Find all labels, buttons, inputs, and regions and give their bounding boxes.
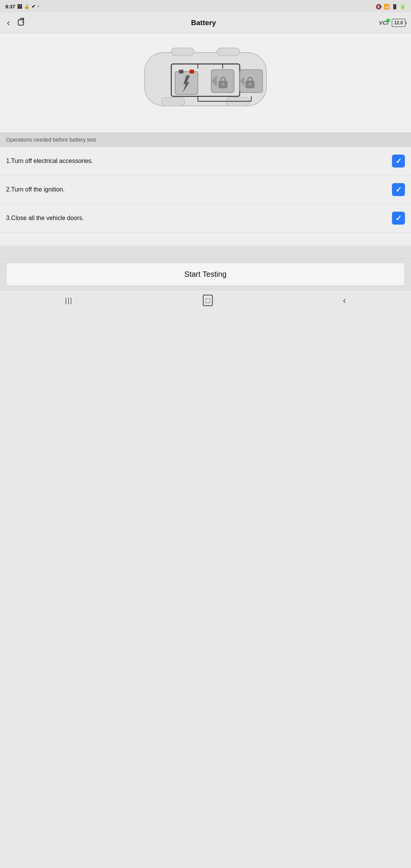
svg-rect-10 (190, 70, 194, 73)
start-testing-button[interactable]: Start Testing (6, 263, 405, 286)
checklist-label-3: 3.Close all the vehicle doors. (6, 215, 84, 222)
wifi-icon: 📶 (384, 4, 390, 10)
checklist-item-2[interactable]: 2.Turn off the ignition. (0, 176, 411, 204)
checklist-label-1: 1.Turn off electrical accessories. (6, 158, 93, 164)
svg-point-17 (222, 83, 224, 85)
status-photo-icon: 🖼 (17, 4, 22, 10)
svg-rect-4 (217, 48, 240, 56)
status-check-icon: ✔ (32, 4, 35, 9)
mute-icon: 🔇 (376, 4, 382, 10)
status-bar: 9:37 🖼 🔒 ✔ · 🔇 📶 ▐▌ 🔋 (0, 0, 411, 12)
bottom-button-bar: Start Testing (0, 258, 411, 290)
nav-back-icon[interactable]: ‹ (343, 295, 346, 306)
status-dot-icon: · (37, 3, 39, 11)
vci-indicator: VCI (379, 19, 389, 26)
toolbar: ‹ Battery VCI 12.0 (0, 12, 411, 34)
checklist-item-3[interactable]: 3.Close all the vehicle doors. (0, 204, 411, 233)
checklist-label-2: 2.Turn off the ignition. (6, 186, 65, 193)
export-icon (17, 17, 27, 29)
checkbox-3[interactable] (392, 212, 405, 225)
checklist-item-1[interactable]: 1.Turn off electrical accessories. (0, 147, 411, 176)
toolbar-title-area: Battery (28, 19, 379, 27)
svg-rect-3 (171, 48, 194, 56)
voltage-badge: 12.0 (392, 19, 406, 27)
toolbar-right: VCI 12.0 (379, 19, 406, 27)
car-diagram (0, 34, 411, 133)
checklist: 1.Turn off electrical accessories. 2.Tur… (0, 147, 411, 246)
toolbar-left: ‹ (5, 15, 28, 30)
back-button[interactable]: ‹ (5, 16, 11, 30)
status-lock-icon: 🔒 (24, 4, 30, 9)
status-icons-area: 🔇 📶 ▐▌ 🔋 (376, 4, 406, 10)
page-title: Battery (191, 19, 216, 27)
status-time: 9:37 (5, 4, 15, 10)
section-header: Operations needed before battery test (0, 133, 411, 147)
export-button[interactable] (15, 15, 28, 30)
battery-icon: 🔋 (400, 4, 406, 10)
content-spacer (0, 246, 411, 258)
nav-bar: ||| □ ‹ (0, 290, 411, 312)
svg-rect-9 (179, 70, 183, 73)
signal-icon: ▐▌ (392, 4, 398, 9)
svg-rect-5 (162, 97, 185, 106)
section-header-text: Operations needed before battery test (6, 137, 96, 143)
checkbox-1[interactable] (392, 155, 405, 168)
voltage-value: 12.0 (394, 20, 403, 26)
nav-home-icon[interactable]: □ (203, 295, 213, 306)
checkbox-2[interactable] (392, 183, 405, 196)
status-time-area: 9:37 🖼 🔒 ✔ · (5, 3, 39, 11)
back-arrow-icon: ‹ (7, 18, 10, 28)
nav-menu-icon[interactable]: ||| (65, 297, 73, 305)
car-illustration (141, 41, 270, 125)
svg-point-21 (249, 83, 251, 85)
